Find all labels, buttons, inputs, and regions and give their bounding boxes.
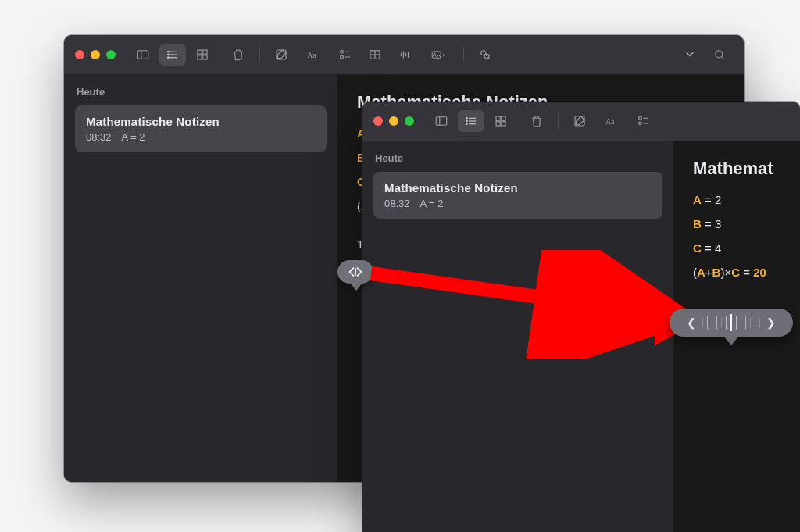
- separator: [259, 47, 260, 62]
- svg-point-5: [168, 52, 170, 53]
- compose-icon[interactable]: [268, 44, 295, 66]
- zoom-icon[interactable]: [106, 50, 116, 59]
- equation-line: C = 4: [693, 241, 781, 255]
- audio-icon[interactable]: [391, 44, 418, 66]
- note-preview: A = 2: [420, 198, 443, 209]
- svg-point-7: [168, 57, 170, 59]
- grid-view-icon[interactable]: [189, 44, 216, 66]
- notes-list: Heute Mathematische Notizen 08:32 A = 2: [64, 75, 338, 482]
- checklist-icon[interactable]: [332, 44, 359, 66]
- svg-point-47: [639, 116, 642, 120]
- equation-line: (A+B)×C = 20: [693, 266, 781, 279]
- svg-line-31: [722, 57, 724, 59]
- svg-rect-44: [502, 122, 505, 126]
- note-preview: A = 2: [121, 131, 145, 143]
- note-subtitle: 08:32 A = 2: [384, 198, 652, 209]
- format-icon[interactable]: Aa: [298, 44, 329, 66]
- table-icon[interactable]: [362, 44, 388, 66]
- scrubber-expanded[interactable]: ❮ ❯: [670, 309, 793, 346]
- svg-rect-42: [502, 116, 505, 120]
- trash-icon[interactable]: [225, 44, 252, 66]
- svg-rect-43: [496, 122, 500, 126]
- chevron-left-icon[interactable]: ❮: [687, 316, 696, 329]
- minimize-icon[interactable]: [91, 50, 100, 59]
- svg-text:Aa: Aa: [307, 51, 316, 59]
- search-icon[interactable]: [706, 44, 733, 66]
- toolbar: Aa: [130, 44, 733, 66]
- titlebar: Aa: [64, 35, 744, 75]
- window-controls: [373, 116, 414, 126]
- close-icon[interactable]: [373, 116, 383, 126]
- equation-line: A = 2: [693, 193, 781, 206]
- note-subtitle: 08:32 A = 2: [86, 131, 316, 143]
- note-title: Mathematische Notizen: [86, 115, 316, 128]
- svg-point-14: [341, 50, 344, 53]
- doc-title: Mathemat: [693, 159, 781, 179]
- equation-line: B = 3: [693, 217, 781, 230]
- minimize-icon[interactable]: [389, 116, 398, 126]
- svg-point-49: [639, 122, 642, 125]
- chevron-right-icon[interactable]: ❯: [766, 316, 776, 329]
- note-item[interactable]: Mathematische Notizen 08:32 A = 2: [75, 105, 327, 152]
- media-icon[interactable]: [421, 44, 455, 66]
- format-icon[interactable]: Aa: [596, 110, 627, 132]
- note-time: 08:32: [384, 198, 410, 209]
- sidebar-toggle-icon[interactable]: [130, 44, 156, 66]
- svg-rect-10: [198, 55, 202, 59]
- toolbar: Aa: [428, 110, 789, 132]
- separator: [558, 113, 559, 129]
- scrub-icon: [348, 266, 363, 277]
- list-view-icon[interactable]: [458, 110, 484, 132]
- section-header: Heute: [375, 152, 661, 164]
- note-item[interactable]: Mathematische Notizen 08:32 A = 2: [373, 172, 662, 219]
- svg-point-40: [466, 123, 468, 125]
- more-icon[interactable]: [677, 44, 703, 66]
- svg-point-30: [716, 51, 723, 58]
- svg-rect-33: [436, 117, 447, 126]
- svg-line-29: [485, 55, 489, 59]
- svg-text:Aa: Aa: [605, 117, 615, 126]
- svg-rect-9: [203, 50, 207, 54]
- svg-point-38: [466, 118, 468, 120]
- zoom-icon[interactable]: [405, 116, 414, 126]
- link-icon[interactable]: [472, 44, 498, 66]
- note-time: 08:32: [86, 131, 112, 143]
- checklist-icon[interactable]: [630, 110, 657, 132]
- grid-view-icon[interactable]: [488, 110, 514, 132]
- scrubber-ticks[interactable]: [702, 315, 760, 330]
- scrubber-handle-collapsed[interactable]: [338, 260, 375, 291]
- svg-point-6: [168, 54, 170, 55]
- note-title: Mathematische Notizen: [384, 181, 652, 195]
- svg-rect-0: [138, 51, 148, 59]
- titlebar: Aa: [362, 102, 800, 141]
- notes-list: Heute Mathematische Notizen 08:32 A = 2: [362, 141, 674, 532]
- sidebar-toggle-icon[interactable]: [428, 110, 455, 132]
- svg-point-39: [466, 120, 468, 122]
- svg-rect-11: [203, 55, 207, 59]
- compose-icon[interactable]: [566, 110, 593, 132]
- section-header: Heute: [77, 86, 325, 98]
- svg-rect-41: [496, 116, 500, 120]
- list-view-icon[interactable]: [159, 44, 186, 66]
- window-controls: [75, 50, 116, 59]
- close-icon[interactable]: [75, 50, 84, 59]
- svg-rect-8: [198, 50, 202, 54]
- trash-icon[interactable]: [523, 110, 550, 132]
- separator: [463, 47, 464, 62]
- svg-point-16: [341, 55, 344, 59]
